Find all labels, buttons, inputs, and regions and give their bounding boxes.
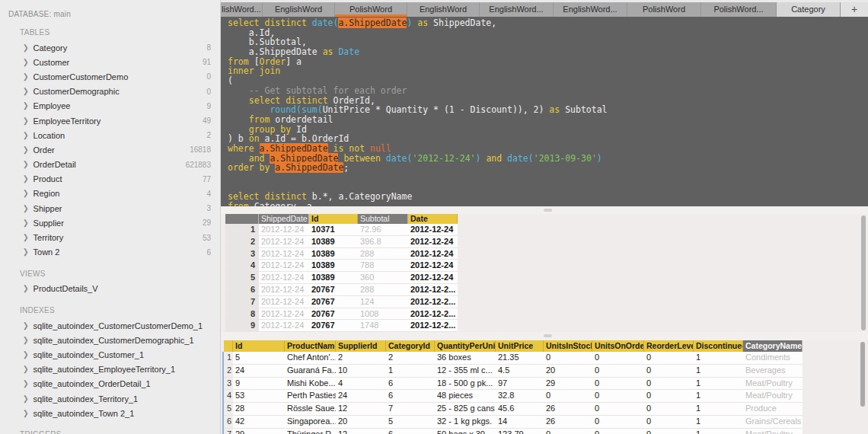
disclosure-chevron-icon[interactable]: ❯ — [23, 43, 29, 52]
disclosure-chevron-icon[interactable]: ❯ — [23, 190, 29, 198]
disclosure-chevron-icon[interactable]: ❯ — [23, 58, 29, 66]
column-header-quantityperunit[interactable]: QuantityPerUnit — [435, 340, 496, 352]
table-row[interactable]: 453Perth Pasties24648 pieces32.80001Meat… — [224, 390, 803, 403]
sidebar-item-product[interactable]: ❯Product77 — [0, 172, 220, 187]
disclosure-chevron-icon[interactable]: ❯ — [23, 248, 29, 257]
column-header-id[interactable]: Id — [309, 214, 358, 224]
table-row[interactable]: 642Singaporea...20532 - 1 kg pkgs.142600… — [224, 416, 803, 429]
disclosure-chevron-icon[interactable]: ❯ — [23, 72, 29, 81]
sidebar-item-customer[interactable]: ❯Customer91 — [0, 55, 220, 69]
column-header-id[interactable]: Id — [233, 340, 285, 352]
table-row[interactable]: 62012-12-24207672882012-12-2... — [225, 284, 458, 296]
disclosure-chevron-icon[interactable]: ❯ — [23, 175, 29, 183]
tab-polishword[interactable]: PolishWord — [627, 2, 701, 17]
column-header-unitprice[interactable]: UnitPrice — [496, 340, 544, 352]
disclosure-chevron-icon[interactable]: ❯ — [23, 102, 29, 110]
sidebar-item-sqlite-autoindex-customer-1[interactable]: ❯sqlite_autoindex_Customer_1 — [0, 347, 220, 362]
vertical-scrollbar[interactable] — [860, 342, 865, 407]
table-row[interactable]: 52012-12-24103893602012-12-24 — [225, 272, 458, 284]
table-row[interactable]: 82012-12-242076710082012-12-2... — [225, 308, 458, 321]
splitter-handle[interactable] — [544, 209, 552, 212]
disclosure-chevron-icon[interactable]: ❯ — [23, 116, 29, 125]
column-header-categoryname[interactable]: CategoryName — [743, 340, 803, 352]
tab-lishword[interactable]: lishWord... — [221, 2, 263, 17]
column-header-categoryid[interactable]: CategoryId — [386, 340, 435, 352]
tab-polishword[interactable]: PolishWord — [335, 2, 407, 17]
column-header-shippeddate[interactable]: ShippedDate — [259, 214, 309, 224]
column-header-reorderlevel[interactable]: ReorderLevel — [644, 340, 694, 352]
tab-englishword[interactable]: EnglishWord... — [480, 2, 554, 17]
row-number: 1 — [224, 352, 233, 364]
sidebar-item-label: sqlite_autoindex_Territory_1 — [34, 394, 139, 404]
sidebar-item-category[interactable]: ❯Category8 — [0, 40, 220, 55]
disclosure-chevron-icon[interactable]: ❯ — [23, 321, 29, 330]
sidebar-item-orderdetail[interactable]: ❯OrderDetail621883 — [0, 158, 220, 172]
disclosure-chevron-icon[interactable]: ❯ — [23, 204, 29, 212]
column-header-productname[interactable]: ProductName — [285, 340, 336, 352]
table-row[interactable]: 42012-12-24103897882012-12-24 — [225, 260, 458, 272]
sidebar-item-region[interactable]: ❯Region4 — [0, 187, 220, 201]
table-row[interactable]: 39Mishi Kobe...4618 - 500 g pk...9729001… — [224, 378, 803, 391]
table-row[interactable]: 528Rössle Saue...12725 - 825 g cans45.62… — [224, 403, 803, 416]
disclosure-chevron-icon[interactable]: ❯ — [23, 365, 29, 374]
disclosure-chevron-icon[interactable]: ❯ — [23, 131, 29, 139]
table-row[interactable]: 92012-12-242076717482012-12-2... — [225, 320, 458, 332]
sidebar-item-shipper[interactable]: ❯Shipper3 — [0, 201, 220, 215]
cell: 97 — [496, 378, 544, 390]
disclosure-chevron-icon[interactable]: ❯ — [23, 234, 29, 242]
tab-englishword[interactable]: EnglishWord — [407, 2, 480, 17]
tab-englishword[interactable]: EnglishWord... — [554, 2, 627, 17]
sidebar-item-town-2[interactable]: ❯Town 26 — [0, 245, 220, 260]
table-row[interactable]: 22012-12-2410389396.82012-12-24 — [225, 236, 458, 248]
results-splitter[interactable] — [221, 332, 868, 340]
table-row[interactable]: 12012-12-241037172.962012-12-24 — [225, 224, 458, 236]
sidebar-item-sqlite-autoindex-customercustomerdemo-1[interactable]: ❯sqlite_autoindex_CustomerCustomerDemo_1 — [0, 318, 220, 333]
sidebar-item-order[interactable]: ❯Order16818 — [0, 142, 220, 157]
sidebar-item-sqlite-autoindex-orderdetail-1[interactable]: ❯sqlite_autoindex_OrderDetail_1 — [0, 377, 220, 391]
splitter-handle[interactable] — [544, 334, 552, 337]
disclosure-chevron-icon[interactable]: ❯ — [23, 380, 29, 388]
disclosure-chevron-icon[interactable]: ❯ — [23, 409, 29, 417]
column-header-date[interactable]: Date — [408, 214, 458, 224]
sidebar-item-location[interactable]: ❯Location2 — [0, 128, 220, 142]
sql-editor[interactable]: select distinct date(a.ShippedDate) as S… — [221, 17, 868, 208]
cell: 0 — [592, 429, 644, 434]
disclosure-chevron-icon[interactable]: ❯ — [23, 88, 29, 96]
table-row[interactable]: 32012-12-24103892882012-12-24 — [225, 248, 458, 260]
column-header-supplierid[interactable]: SupplierId — [336, 340, 386, 352]
table-row[interactable]: 72012-12-24207671242012-12-2... — [225, 296, 458, 308]
column-header-discontinued[interactable]: Discontinued — [694, 340, 743, 352]
disclosure-chevron-icon[interactable]: ❯ — [23, 350, 29, 359]
sidebar-item-productdetails-v[interactable]: ❯ProductDetails_V — [0, 282, 220, 296]
sidebar-item-sqlite-autoindex-employeeterritory-1[interactable]: ❯sqlite_autoindex_EmployeeTerritory_1 — [0, 362, 220, 377]
table-row[interactable]: 224Guaraná Fa...10112 - 355 ml c...4.520… — [224, 365, 803, 378]
column-header-unitsinstock[interactable]: UnitsInStock — [544, 340, 592, 352]
sidebar-item-employeeterritory[interactable]: ❯EmployeeTerritory49 — [0, 113, 220, 128]
editor-results-splitter[interactable] — [221, 206, 868, 214]
row-number-header[interactable] — [224, 340, 233, 352]
sidebar-item-employee[interactable]: ❯Employee9 — [0, 99, 220, 113]
column-header-unitsonorder[interactable]: UnitsOnOrder — [592, 340, 644, 352]
disclosure-chevron-icon[interactable]: ❯ — [23, 336, 29, 344]
sidebar-item-customerdemographic[interactable]: ❯CustomerDemographic0 — [0, 85, 220, 99]
disclosure-chevron-icon[interactable]: ❯ — [23, 145, 29, 154]
tab-polishword[interactable]: PolishWord... — [701, 2, 777, 17]
disclosure-chevron-icon[interactable]: ❯ — [23, 161, 29, 169]
tab-englishword[interactable]: EnglishWord — [263, 2, 335, 17]
vertical-scrollbar[interactable] — [861, 215, 866, 330]
sidebar-item-territory[interactable]: ❯Territory53 — [0, 230, 220, 244]
new-tab-button[interactable]: + — [841, 2, 868, 17]
table-row[interactable]: 15Chef Anton'...2236 boxes21.350001Condi… — [224, 352, 803, 365]
row-number-header[interactable] — [225, 214, 259, 224]
sidebar-item-sqlite-autoindex-town-2-1[interactable]: ❯sqlite_autoindex_Town 2_1 — [0, 406, 220, 420]
sidebar-item-customercustomerdemo[interactable]: ❯CustomerCustomerDemo0 — [0, 69, 220, 84]
disclosure-chevron-icon[interactable]: ❯ — [23, 394, 29, 403]
sidebar-item-sqlite-autoindex-territory-1[interactable]: ❯sqlite_autoindex_Territory_1 — [0, 391, 220, 406]
table-row[interactable]: 729Thüringer R...12650 bags x 30...123.7… — [224, 429, 803, 434]
column-header-subtotal[interactable]: Subtotal — [358, 214, 408, 224]
disclosure-chevron-icon[interactable]: ❯ — [23, 285, 29, 293]
sidebar-item-supplier[interactable]: ❯Supplier29 — [0, 215, 220, 230]
sidebar-item-sqlite-autoindex-customerdemographic-1[interactable]: ❯sqlite_autoindex_CustomerDemographic_1 — [0, 333, 220, 347]
disclosure-chevron-icon[interactable]: ❯ — [23, 219, 29, 227]
tab-category[interactable]: Category — [777, 2, 841, 17]
